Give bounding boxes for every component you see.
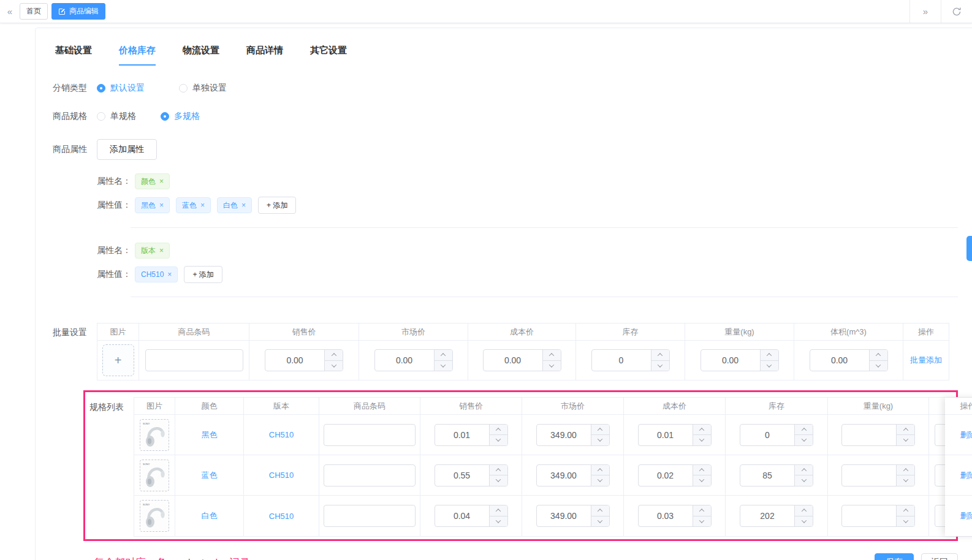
- radio-separate-settings[interactable]: 单独设置: [179, 83, 227, 94]
- remove-tag-icon[interactable]: ×: [159, 177, 164, 186]
- decrease-icon[interactable]: [897, 475, 914, 486]
- product-image[interactable]: SONY: [140, 460, 169, 491]
- spec-stock-input[interactable]: [740, 425, 794, 445]
- decrease-icon[interactable]: [591, 475, 609, 486]
- increase-icon[interactable]: [591, 505, 609, 516]
- spec-market-price-input[interactable]: [537, 425, 591, 445]
- right-affix-handle[interactable]: [966, 236, 972, 261]
- spec-weight-input[interactable]: [842, 425, 896, 445]
- decrease-icon[interactable]: [870, 360, 887, 371]
- spec-stock-input[interactable]: [740, 465, 794, 486]
- decrease-icon[interactable]: [651, 360, 669, 371]
- product-image[interactable]: SONY: [140, 419, 169, 451]
- radio-default-settings[interactable]: 默认设置: [97, 83, 145, 94]
- batch-market-price-input[interactable]: [375, 350, 434, 371]
- increase-icon[interactable]: [435, 350, 452, 360]
- increase-icon[interactable]: [897, 465, 914, 475]
- upload-image-button[interactable]: +: [102, 344, 134, 376]
- spec-sale-price-input[interactable]: [435, 505, 489, 526]
- increase-icon[interactable]: [490, 505, 507, 516]
- decrease-icon[interactable]: [795, 475, 813, 486]
- radio-single-spec[interactable]: 单规格: [97, 111, 136, 122]
- decrease-icon[interactable]: [693, 434, 711, 445]
- decrease-icon[interactable]: [325, 360, 343, 371]
- remove-tag-icon[interactable]: ×: [167, 270, 172, 279]
- batch-cost-price-input[interactable]: [484, 350, 542, 371]
- increase-icon[interactable]: [543, 350, 561, 360]
- increase-icon[interactable]: [795, 425, 813, 435]
- decrease-icon[interactable]: [591, 434, 609, 445]
- decrease-icon[interactable]: [761, 360, 778, 371]
- save-button[interactable]: 保存: [875, 553, 914, 560]
- delete-row-link[interactable]: 删除: [960, 510, 972, 521]
- remove-tag-icon[interactable]: ×: [241, 201, 246, 210]
- back-button[interactable]: 返回: [921, 553, 958, 560]
- decrease-icon[interactable]: [543, 360, 561, 371]
- batch-weight-input[interactable]: [701, 350, 760, 371]
- decrease-icon[interactable]: [490, 434, 507, 445]
- spec-barcode-input[interactable]: [324, 464, 416, 486]
- increase-icon[interactable]: [490, 465, 507, 475]
- decrease-icon[interactable]: [490, 475, 507, 486]
- remove-tag-icon[interactable]: ×: [159, 201, 164, 210]
- tab-other-settings[interactable]: 其它设置: [310, 45, 347, 66]
- add-attr-value-button[interactable]: + 添加: [258, 197, 296, 214]
- increase-icon[interactable]: [325, 350, 343, 360]
- decrease-icon[interactable]: [693, 516, 711, 527]
- spec-cost-price-input[interactable]: [639, 505, 693, 526]
- increase-icon[interactable]: [795, 505, 813, 516]
- spec-stock-input[interactable]: [740, 505, 794, 526]
- batch-stock-input[interactable]: [592, 350, 651, 371]
- tab-product-detail[interactable]: 商品详情: [246, 45, 283, 66]
- spec-sale-price-input[interactable]: [435, 465, 489, 486]
- refresh-icon[interactable]: [941, 0, 972, 23]
- decrease-icon[interactable]: [591, 516, 609, 527]
- spec-barcode-input[interactable]: [324, 505, 416, 527]
- spec-weight-input[interactable]: [842, 465, 896, 486]
- spec-market-price-input[interactable]: [537, 505, 591, 526]
- increase-icon[interactable]: [897, 425, 914, 435]
- spec-sale-price-input[interactable]: [435, 425, 489, 445]
- increase-icon[interactable]: [693, 425, 711, 435]
- decrease-icon[interactable]: [897, 516, 914, 527]
- tab-basic-settings[interactable]: 基础设置: [55, 45, 92, 66]
- spec-market-price-input[interactable]: [537, 465, 591, 486]
- collapse-left-icon[interactable]: «: [0, 0, 20, 23]
- batch-sale-price-input[interactable]: [265, 350, 324, 371]
- increase-icon[interactable]: [490, 425, 507, 435]
- remove-tag-icon[interactable]: ×: [159, 246, 164, 255]
- increase-icon[interactable]: [761, 350, 778, 360]
- increase-icon[interactable]: [897, 505, 914, 516]
- spec-barcode-input[interactable]: [324, 424, 416, 446]
- decrease-icon[interactable]: [795, 516, 813, 527]
- tab-price-stock[interactable]: 价格库存: [119, 45, 156, 66]
- increase-icon[interactable]: [693, 505, 711, 516]
- decrease-icon[interactable]: [795, 434, 813, 445]
- spec-cost-price-input[interactable]: [639, 465, 693, 486]
- decrease-icon[interactable]: [490, 516, 507, 527]
- increase-icon[interactable]: [591, 425, 609, 435]
- increase-icon[interactable]: [591, 465, 609, 475]
- product-image[interactable]: SONY: [140, 500, 169, 532]
- decrease-icon[interactable]: [897, 434, 914, 445]
- radio-multi-spec[interactable]: 多规格: [161, 111, 200, 122]
- decrease-icon[interactable]: [693, 475, 711, 486]
- tag-product-edit[interactable]: 商品编辑: [51, 3, 105, 20]
- delete-row-link[interactable]: 删除: [960, 470, 972, 481]
- tag-home[interactable]: 首页: [20, 3, 48, 20]
- increase-icon[interactable]: [693, 465, 711, 475]
- delete-row-link[interactable]: 删除: [960, 429, 972, 441]
- batch-volume-input[interactable]: [810, 350, 869, 371]
- batch-add-link[interactable]: 批量添加: [910, 355, 942, 366]
- expand-right-icon[interactable]: »: [909, 0, 941, 23]
- increase-icon[interactable]: [870, 350, 887, 360]
- increase-icon[interactable]: [651, 350, 669, 360]
- decrease-icon[interactable]: [435, 360, 452, 371]
- spec-weight-input[interactable]: [842, 505, 896, 526]
- remove-tag-icon[interactable]: ×: [200, 201, 205, 210]
- add-attribute-button[interactable]: 添加属性: [97, 139, 157, 160]
- add-attr-value-button[interactable]: + 添加: [184, 266, 222, 283]
- batch-barcode-input[interactable]: [145, 349, 243, 371]
- tab-logistics-settings[interactable]: 物流设置: [183, 45, 219, 66]
- spec-cost-price-input[interactable]: [639, 425, 693, 445]
